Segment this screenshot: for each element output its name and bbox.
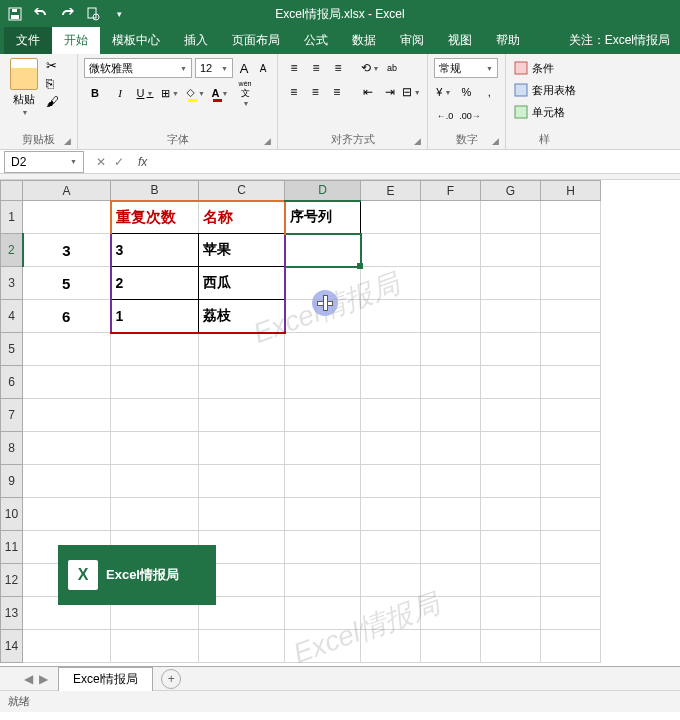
font-size-select[interactable]: 12 ▼	[195, 58, 233, 78]
cell[interactable]	[285, 630, 361, 663]
cell[interactable]	[421, 366, 481, 399]
cell[interactable]	[541, 267, 601, 300]
tab-formulas[interactable]: 公式	[292, 27, 340, 54]
cell[interactable]	[199, 630, 285, 663]
underline-button[interactable]: U▼	[134, 82, 156, 104]
paste-button[interactable]: 粘贴 ▼	[6, 58, 42, 116]
cell-d2-active[interactable]	[285, 234, 361, 267]
decrease-font-button[interactable]: A	[255, 59, 271, 77]
tab-view[interactable]: 视图	[436, 27, 484, 54]
tab-review[interactable]: 审阅	[388, 27, 436, 54]
decrease-decimal-button[interactable]: .00→	[459, 106, 481, 126]
cell[interactable]	[285, 399, 361, 432]
print-preview-icon[interactable]	[84, 5, 102, 23]
cell[interactable]	[541, 333, 601, 366]
col-header-h[interactable]: H	[541, 181, 601, 201]
cell-c3[interactable]: 西瓜	[199, 267, 285, 300]
sheet-tab[interactable]: Excel情报局	[58, 667, 153, 691]
cell[interactable]	[421, 432, 481, 465]
cell-a3[interactable]: 5	[23, 267, 111, 300]
cell[interactable]	[111, 366, 199, 399]
spreadsheet-grid[interactable]: A B C D E F G H 1 重复次数 名称 序号列 2 3 3 苹果 3	[0, 180, 680, 666]
accept-formula-icon[interactable]: ✓	[114, 155, 124, 169]
cell[interactable]	[23, 465, 111, 498]
cell-b1[interactable]: 重复次数	[111, 201, 199, 234]
cell-d1[interactable]: 序号列	[285, 201, 361, 234]
cell[interactable]	[23, 333, 111, 366]
align-left-button[interactable]: ≡	[284, 82, 304, 102]
cell[interactable]	[541, 531, 601, 564]
select-all-corner[interactable]	[1, 181, 23, 201]
orientation-button[interactable]: ⟲▼	[360, 58, 380, 78]
fill-handle[interactable]	[357, 263, 363, 269]
cell-a1[interactable]	[23, 201, 111, 234]
cell[interactable]	[361, 531, 421, 564]
cell[interactable]	[541, 564, 601, 597]
cell[interactable]	[481, 201, 541, 234]
cell[interactable]	[199, 399, 285, 432]
font-name-select[interactable]: 微软雅黑 ▼	[84, 58, 192, 78]
cell-a4[interactable]: 6	[23, 300, 111, 333]
copy-icon[interactable]: ⎘	[46, 76, 59, 91]
formula-input[interactable]	[153, 151, 680, 173]
sheet-nav-prev-icon[interactable]: ◀	[24, 672, 33, 686]
cell[interactable]	[481, 300, 541, 333]
cell[interactable]	[111, 465, 199, 498]
cell-styles-button[interactable]: 单元格	[514, 102, 576, 122]
number-format-select[interactable]: 常规 ▼	[434, 58, 498, 78]
cell[interactable]	[361, 432, 421, 465]
cell[interactable]	[285, 366, 361, 399]
tab-insert[interactable]: 插入	[172, 27, 220, 54]
cell-b4[interactable]: 1	[111, 300, 199, 333]
currency-button[interactable]: ¥▼	[434, 82, 454, 102]
cut-icon[interactable]: ✂	[46, 58, 59, 73]
increase-font-button[interactable]: A	[236, 59, 252, 77]
cell[interactable]	[111, 333, 199, 366]
cell[interactable]	[421, 333, 481, 366]
qat-customize-icon[interactable]: ▾	[110, 5, 128, 23]
cell[interactable]	[421, 630, 481, 663]
cell[interactable]	[481, 564, 541, 597]
cell[interactable]	[541, 630, 601, 663]
cell[interactable]	[199, 333, 285, 366]
cell[interactable]	[285, 300, 361, 333]
align-right-button[interactable]: ≡	[327, 82, 347, 102]
cell[interactable]	[541, 234, 601, 267]
row-header-6[interactable]: 6	[1, 366, 23, 399]
col-header-g[interactable]: G	[481, 181, 541, 201]
cell[interactable]	[199, 498, 285, 531]
cell[interactable]	[23, 366, 111, 399]
increase-decimal-button[interactable]: ←.0	[434, 106, 456, 126]
border-button[interactable]: ⊞▼	[159, 82, 181, 104]
cell[interactable]	[23, 399, 111, 432]
tab-home[interactable]: 开始	[52, 27, 100, 54]
sheet-nav-next-icon[interactable]: ▶	[39, 672, 48, 686]
cell[interactable]	[361, 498, 421, 531]
cell[interactable]	[481, 366, 541, 399]
cell[interactable]	[361, 300, 421, 333]
cell[interactable]	[285, 465, 361, 498]
cell[interactable]	[481, 399, 541, 432]
col-header-d[interactable]: D	[285, 181, 361, 201]
tab-template[interactable]: 模板中心	[100, 27, 172, 54]
cell[interactable]	[23, 432, 111, 465]
cell[interactable]	[199, 366, 285, 399]
row-header-13[interactable]: 13	[1, 597, 23, 630]
cell[interactable]	[541, 432, 601, 465]
align-middle-button[interactable]: ≡	[306, 58, 326, 78]
align-top-button[interactable]: ≡	[284, 58, 304, 78]
cell[interactable]	[421, 564, 481, 597]
row-header-14[interactable]: 14	[1, 630, 23, 663]
cell[interactable]	[361, 399, 421, 432]
row-header-2[interactable]: 2	[1, 234, 23, 267]
col-header-c[interactable]: C	[199, 181, 285, 201]
cell[interactable]	[481, 432, 541, 465]
cell-b3[interactable]: 2	[111, 267, 199, 300]
add-sheet-button[interactable]: +	[161, 669, 181, 689]
name-box[interactable]: D2 ▼	[4, 151, 84, 173]
row-header-4[interactable]: 4	[1, 300, 23, 333]
cell[interactable]	[199, 432, 285, 465]
font-launcher-icon[interactable]: ◢	[264, 136, 274, 146]
cell[interactable]	[361, 630, 421, 663]
cell[interactable]	[481, 465, 541, 498]
